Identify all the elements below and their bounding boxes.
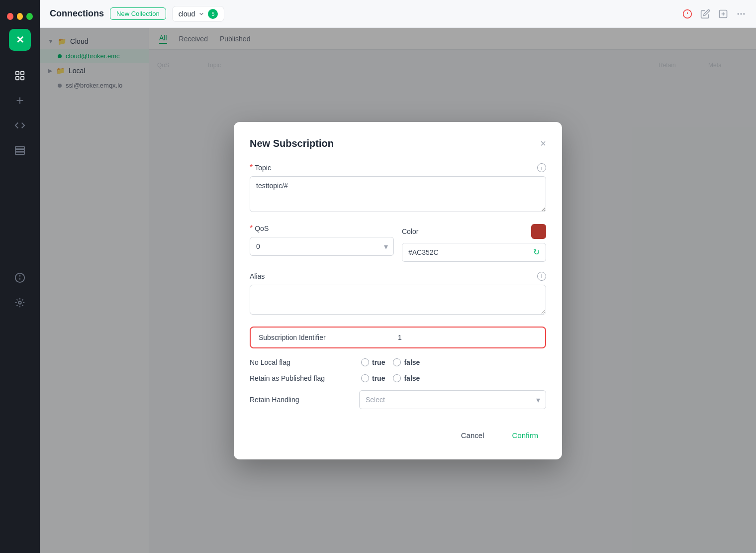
sidebar-top — [0, 0, 40, 25]
retain-handling-row: Retain Handling Select 0 1 2 ▾ — [250, 390, 546, 409]
topic-required-star: * — [250, 163, 253, 172]
body-split: ▼ 📁 Cloud cloud@broker.emc ▶ 📁 Local — [40, 28, 756, 553]
color-label-row: Color — [402, 224, 546, 239]
color-label: Color — [402, 227, 418, 235]
modal-footer: Cancel Confirm — [250, 423, 546, 443]
retain-published-true-option[interactable]: true — [361, 374, 385, 382]
no-local-false-radio[interactable] — [393, 358, 401, 366]
svg-rect-3 — [21, 77, 24, 80]
sidebar-item-settings[interactable] — [9, 292, 31, 314]
svg-rect-1 — [21, 72, 24, 75]
main-area: Connections New Collection cloud 5 ▼ — [40, 0, 756, 553]
modal-title: New Subscription — [250, 138, 334, 149]
sidebar: ✕ — [0, 0, 40, 553]
topbar-title: Connections — [50, 8, 104, 19]
modal-close-button[interactable]: × — [540, 138, 546, 148]
topic-field-row: * Topic i testtopic/# — [250, 163, 546, 214]
retain-published-true-label: true — [372, 374, 385, 382]
retain-published-true-radio[interactable] — [361, 374, 369, 382]
retain-handling-label: Retain Handling — [250, 396, 359, 404]
subscription-identifier-row: Subscription Identifier — [250, 327, 546, 348]
retain-published-false-label: false — [404, 374, 420, 382]
chevron-down-icon — [198, 10, 205, 17]
traffic-light-red[interactable] — [7, 13, 13, 20]
traffic-lights — [0, 8, 40, 25]
sidebar-item-info[interactable] — [9, 267, 31, 289]
subscription-identifier-input[interactable] — [398, 333, 537, 341]
color-input-row: ↻ — [402, 243, 546, 262]
alias-input[interactable] — [250, 285, 546, 315]
new-subscription-modal: New Subscription × * Topic i testtopic/# — [234, 122, 562, 459]
svg-point-20 — [738, 13, 739, 14]
svg-point-12 — [18, 301, 21, 304]
retain-as-published-group: true false — [361, 374, 420, 382]
svg-rect-7 — [15, 149, 24, 152]
svg-rect-6 — [15, 147, 24, 149]
topbar: Connections New Collection cloud 5 — [40, 0, 756, 28]
color-field: Color ↻ — [402, 224, 546, 262]
edit-icon[interactable] — [700, 9, 710, 19]
modal-overlay: New Subscription × * Topic i testtopic/# — [40, 28, 756, 553]
topic-label-group: * Topic — [250, 163, 271, 172]
retain-published-false-option[interactable]: false — [393, 374, 420, 382]
modal-header: New Subscription × — [250, 138, 546, 149]
app-logo: ✕ — [9, 29, 31, 51]
no-local-false-label: false — [404, 358, 420, 366]
topic-info-icon[interactable]: i — [537, 163, 546, 172]
qos-select[interactable]: 0 1 2 — [250, 237, 394, 256]
color-refresh-icon[interactable]: ↻ — [527, 247, 546, 257]
svg-rect-2 — [16, 77, 19, 80]
cloud-tab[interactable]: cloud 5 — [172, 6, 224, 22]
no-local-flag-row: No Local flag true false — [250, 358, 546, 366]
retain-published-false-radio[interactable] — [393, 374, 401, 382]
qos-field: * QoS 0 1 2 ▾ — [250, 224, 394, 262]
retain-as-published-row: Retain as Published flag true false — [250, 374, 546, 382]
alias-info-icon[interactable]: i — [537, 272, 546, 281]
no-local-flag-label: No Local flag — [250, 358, 349, 366]
confirm-button[interactable]: Confirm — [504, 427, 546, 443]
topic-label-row: * Topic i — [250, 163, 546, 172]
no-local-true-option[interactable]: true — [361, 358, 385, 366]
power-icon[interactable] — [682, 9, 692, 19]
qos-label-group: * QoS — [250, 224, 394, 233]
alias-label: Alias — [250, 272, 265, 280]
topic-label: Topic — [255, 164, 271, 172]
alias-label-row: Alias i — [250, 272, 546, 281]
qos-required-star: * — [250, 224, 253, 233]
retain-as-published-label: Retain as Published flag — [250, 374, 349, 382]
app-window: ✕ Connections — [0, 0, 756, 553]
cancel-button[interactable]: Cancel — [453, 427, 492, 443]
traffic-light-green[interactable] — [26, 13, 33, 20]
sidebar-item-connections[interactable] — [9, 65, 31, 87]
sidebar-nav — [9, 59, 31, 320]
retain-handling-select[interactable]: Select 0 1 2 — [359, 390, 546, 409]
sidebar-item-add[interactable] — [9, 90, 31, 111]
qos-label: QoS — [255, 224, 269, 232]
alias-field-row: Alias i — [250, 272, 546, 317]
more-icon[interactable] — [736, 9, 746, 19]
svg-rect-8 — [15, 152, 24, 155]
cloud-tab-label: cloud — [179, 10, 195, 18]
svg-rect-0 — [16, 72, 19, 75]
no-local-flag-group: true false — [361, 358, 420, 366]
qos-select-wrapper: 0 1 2 ▾ — [250, 237, 394, 256]
svg-point-19 — [744, 13, 745, 14]
retain-handling-select-wrapper: Select 0 1 2 ▾ — [359, 390, 546, 409]
subscription-identifier-label: Subscription Identifier — [259, 333, 398, 341]
no-local-true-radio[interactable] — [361, 358, 369, 366]
color-text-input[interactable] — [402, 243, 527, 261]
topbar-actions — [682, 9, 746, 19]
traffic-light-yellow[interactable] — [17, 13, 23, 20]
new-collection-button[interactable]: New Collection — [110, 7, 166, 20]
sidebar-item-storage[interactable] — [9, 139, 31, 161]
topic-input[interactable]: testtopic/# — [250, 176, 546, 212]
color-swatch-preview[interactable] — [531, 224, 546, 239]
qos-color-row: * QoS 0 1 2 ▾ — [250, 224, 546, 262]
add-tab-icon[interactable] — [718, 9, 728, 19]
sidebar-item-code[interactable] — [9, 114, 31, 136]
svg-point-18 — [741, 13, 742, 14]
no-local-true-label: true — [372, 358, 385, 366]
no-local-false-option[interactable]: false — [393, 358, 420, 366]
tab-badge: 5 — [208, 9, 218, 19]
